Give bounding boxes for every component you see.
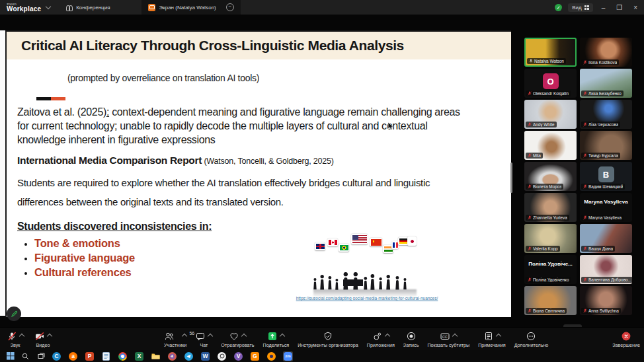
notes-caret[interactable] (496, 333, 501, 338)
chat-button[interactable]: Чат (195, 328, 212, 351)
taskbar-app-file-explorer[interactable] (151, 351, 161, 361)
maximize-button[interactable]: ❐ (614, 4, 625, 11)
flag-brazil-icon (339, 244, 349, 252)
captions-caret[interactable] (452, 333, 458, 338)
taskbar-app-getcourse[interactable]: G (250, 351, 260, 361)
mic-muted-icon (583, 184, 587, 189)
taskbar-app-browser[interactable] (266, 351, 276, 361)
participant-tile-natalya-watson[interactable]: Natalya Watson (524, 38, 577, 67)
view-button[interactable]: Вид (568, 3, 592, 12)
bullet-item: Tone & emotions (34, 236, 135, 251)
avatar: B (598, 166, 614, 182)
more-button[interactable]: Дополнительно (514, 328, 549, 351)
participant-tile-andy-white[interactable]: Andy White (524, 100, 577, 129)
host-tools-button[interactable]: Инструменты организатора (298, 328, 358, 351)
chat-caret[interactable] (208, 333, 213, 338)
end-call-icon (621, 331, 631, 342)
share-screen-button[interactable]: Поделиться (262, 328, 289, 351)
participant-tile-ilona-kostikova[interactable]: Ilona Kostikova (580, 38, 632, 67)
whatsapp-icon (220, 353, 225, 359)
gallery-scrollbar[interactable] (510, 163, 512, 193)
participant-tile-vadim-shemitsky[interactable]: B Вадим Шемицкий (580, 162, 632, 191)
participants-caret[interactable] (182, 333, 187, 338)
video-button[interactable]: Видео (34, 328, 52, 351)
participant-tile-liza-bezzubenko[interactable]: Лиза Беззубенко (580, 69, 632, 98)
participant-tile-polina-udovichenko[interactable]: Поліна Удовіче... Поліна Удовіченко (524, 255, 577, 284)
chevron-down-icon[interactable] (46, 4, 51, 9)
meeting-main-area: Critical AI Literacy Through Cross-Lingu… (0, 15, 644, 327)
record-button[interactable]: Запись (403, 328, 419, 351)
taskbar-app-document[interactable] (101, 351, 111, 361)
taskbar-app-chrome[interactable] (118, 351, 128, 361)
slide-left-margin (0, 30, 5, 316)
slide-list-heading: Students discovered inconsistencies in: (17, 221, 212, 233)
folder-icon (151, 353, 160, 360)
mic-muted-icon (528, 215, 532, 220)
taskbar-app-zoom[interactable]: zm (283, 351, 293, 361)
taskbar-app-avast[interactable]: a (68, 351, 78, 361)
taskbar-search-button[interactable] (20, 351, 30, 361)
participant-tile-anna-svitlychna[interactable]: Anna Svitlychna (580, 286, 632, 315)
tab-screen-share[interactable]: Экран (Natalya Watson) − (141, 0, 240, 15)
audio-button[interactable]: Звук (7, 328, 24, 351)
audio-options-caret[interactable] (19, 333, 24, 338)
bullet-item: Cultural references (34, 266, 135, 280)
pencil-icon (11, 310, 18, 318)
participant-tile-violeta-moroz[interactable]: Віолета Мороз (524, 162, 577, 191)
collapse-tab-icon[interactable]: − (226, 3, 234, 11)
start-button[interactable] (5, 351, 15, 361)
flag-china-icon (370, 238, 382, 246)
participants-button[interactable]: 56 Участники (164, 328, 186, 351)
participant-tile-oleksandr-kolgatin[interactable]: O Oleksandr Kolgatin (524, 69, 577, 98)
search-icon (22, 353, 29, 360)
apps-button[interactable]: Приложения (367, 328, 395, 351)
taskbar-app-viewer[interactable] (167, 351, 177, 361)
taskbar-app-word[interactable]: W (200, 351, 210, 361)
security-shield-icon[interactable]: ✓ (555, 4, 562, 11)
participant-tile-viola-svitlychna[interactable]: Віола Світлична (524, 286, 577, 315)
minimize-button[interactable]: – (599, 4, 608, 11)
participant-tile-valeriia-kopp[interactable]: Valeriia Kopp (524, 224, 577, 253)
captions-button[interactable]: CC Показать субтитры (427, 328, 469, 351)
participant-tile-valentina-dobrovo[interactable]: Валентина Доброво... (580, 255, 632, 284)
participant-tile-liza-cherkasova[interactable]: Ліза Черкасова (580, 100, 632, 129)
task-view-button[interactable] (36, 351, 46, 361)
mic-muted-icon (583, 91, 587, 96)
apps-caret[interactable] (385, 333, 390, 338)
tab-meeting[interactable]: Конференция (60, 0, 116, 15)
mic-muted-icon (7, 331, 17, 342)
svg-text:CC: CC (442, 334, 448, 338)
task-view-icon (38, 353, 45, 360)
slide-paragraph-2: Students are required to explore whether… (17, 173, 472, 212)
avatar: O (543, 73, 559, 89)
taskbar-app-c[interactable]: C (52, 351, 61, 361)
flag-usa-icon (351, 234, 368, 244)
video-options-caret[interactable] (47, 333, 52, 338)
taskbar-app-whatsapp[interactable] (217, 351, 227, 361)
divider-black (36, 97, 51, 100)
react-button[interactable]: Отреагировать (221, 328, 254, 351)
end-meeting-button[interactable]: Завершение (612, 328, 640, 351)
react-caret[interactable] (241, 333, 247, 338)
captions-icon: CC (440, 331, 450, 342)
mic-muted-icon (528, 308, 532, 313)
camera-muted-icon (34, 331, 45, 342)
close-button[interactable]: × (631, 4, 640, 11)
flag-uk-icon (315, 242, 325, 250)
participant-tile-mila[interactable]: Mila (524, 131, 577, 160)
taskbar-app-powerpoint[interactable]: P (85, 351, 95, 361)
participant-tile-timur-bursala[interactable]: Тимур Бурсала (580, 131, 632, 160)
taskbar-app-viber[interactable]: V (233, 351, 243, 361)
flag-canada-icon (327, 238, 338, 246)
taskbar-app-telegram[interactable] (184, 351, 194, 361)
participant-tile-vashuk-diana[interactable]: Вашук Діана (580, 224, 632, 253)
notes-button[interactable]: Примечания (478, 328, 506, 351)
annotation-button[interactable] (7, 307, 21, 321)
brand-workplace: Workplace (7, 6, 41, 13)
participant-tile-zhannetta-yurieva[interactable]: Zhannetta Yurieva (524, 193, 577, 222)
cultural-flags-illustration (313, 234, 417, 297)
share-caret[interactable] (280, 333, 285, 338)
browser-icon (267, 352, 276, 361)
taskbar-app-excel[interactable]: X (134, 351, 144, 361)
participant-tile-maryna-vasylieva[interactable]: Maryna Vasylieva Maryna Vasylieva (580, 193, 632, 222)
